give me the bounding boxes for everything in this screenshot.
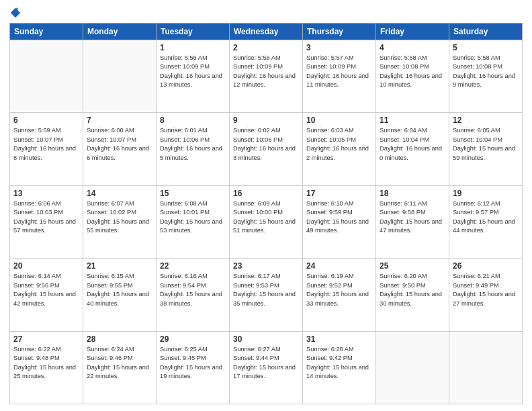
day-info: Sunrise: 6:11 AM Sunset: 9:58 PM Dayligh… [380,199,445,236]
day-info: Sunrise: 5:57 AM Sunset: 10:09 PM Daylig… [306,54,372,90]
day-info: Sunrise: 6:04 AM Sunset: 10:04 PM Daylig… [380,126,445,163]
day-cell: 16Sunrise: 6:09 AM Sunset: 10:00 PM Dayl… [230,185,303,258]
week-row-2: 13Sunrise: 6:06 AM Sunset: 10:03 PM Dayl… [10,185,523,258]
day-cell: 20Sunrise: 6:14 AM Sunset: 9:56 PM Dayli… [10,259,83,331]
day-cell: 11Sunrise: 6:04 AM Sunset: 10:04 PM Dayl… [376,113,449,185]
day-cell: 21Sunrise: 6:15 AM Sunset: 9:55 PM Dayli… [83,259,157,331]
logo [9,7,22,19]
day-info: Sunrise: 5:56 AM Sunset: 10:09 PM Daylig… [233,54,299,90]
day-number: 13 [13,189,79,198]
day-cell: 28Sunrise: 6:24 AM Sunset: 9:46 PM Dayli… [83,331,157,404]
week-row-3: 20Sunrise: 6:14 AM Sunset: 9:56 PM Dayli… [10,259,523,331]
day-number: 8 [160,116,226,125]
day-number: 12 [453,116,519,125]
day-info: Sunrise: 5:59 AM Sunset: 10:07 PM Daylig… [13,126,79,163]
day-cell [10,40,83,113]
day-cell: 7Sunrise: 6:00 AM Sunset: 10:07 PM Dayli… [83,113,157,185]
logo-icon [9,7,21,19]
day-cell [83,40,157,113]
day-number: 28 [87,334,152,344]
day-number: 14 [87,189,152,198]
day-number: 10 [306,116,372,125]
day-info: Sunrise: 6:08 AM Sunset: 10:01 PM Daylig… [160,199,226,236]
week-row-4: 27Sunrise: 6:22 AM Sunset: 9:48 PM Dayli… [10,331,523,404]
day-number: 26 [453,261,519,271]
day-info: Sunrise: 6:24 AM Sunset: 9:46 PM Dayligh… [87,345,152,381]
weekday-header-saturday: Saturday [449,24,523,40]
day-info: Sunrise: 6:17 AM Sunset: 9:53 PM Dayligh… [233,272,299,308]
day-info: Sunrise: 6:03 AM Sunset: 10:05 PM Daylig… [306,126,372,163]
day-info: Sunrise: 6:16 AM Sunset: 9:54 PM Dayligh… [160,272,226,308]
day-number: 7 [87,116,152,125]
day-cell: 3Sunrise: 5:57 AM Sunset: 10:09 PM Dayli… [303,40,376,113]
day-cell: 23Sunrise: 6:17 AM Sunset: 9:53 PM Dayli… [230,259,303,331]
day-cell: 14Sunrise: 6:07 AM Sunset: 10:02 PM Dayl… [83,185,157,258]
day-cell: 12Sunrise: 6:05 AM Sunset: 10:04 PM Dayl… [449,113,523,185]
day-number: 2 [233,43,299,52]
header [9,7,523,19]
day-cell: 17Sunrise: 6:10 AM Sunset: 9:59 PM Dayli… [303,185,376,258]
day-number: 11 [380,116,445,125]
day-cell: 24Sunrise: 6:19 AM Sunset: 9:52 PM Dayli… [303,259,376,331]
day-number: 23 [233,261,299,271]
day-info: Sunrise: 6:12 AM Sunset: 9:57 PM Dayligh… [453,199,519,236]
day-number: 24 [306,261,372,271]
day-info: Sunrise: 6:06 AM Sunset: 10:03 PM Daylig… [13,199,79,236]
day-info: Sunrise: 6:02 AM Sunset: 10:06 PM Daylig… [233,126,299,163]
day-info: Sunrise: 5:58 AM Sunset: 10:08 PM Daylig… [380,54,445,90]
day-number: 19 [453,189,519,198]
day-cell: 30Sunrise: 6:27 AM Sunset: 9:44 PM Dayli… [230,331,303,404]
day-number: 27 [13,334,79,344]
day-info: Sunrise: 6:14 AM Sunset: 9:56 PM Dayligh… [13,272,79,308]
day-number: 5 [453,43,519,52]
day-cell [449,331,523,404]
day-cell: 10Sunrise: 6:03 AM Sunset: 10:05 PM Dayl… [303,113,376,185]
day-number: 22 [160,261,226,271]
day-info: Sunrise: 6:09 AM Sunset: 10:00 PM Daylig… [233,199,299,236]
day-info: Sunrise: 6:28 AM Sunset: 9:42 PM Dayligh… [306,345,372,381]
weekday-header-monday: Monday [83,24,157,40]
day-cell: 29Sunrise: 6:25 AM Sunset: 9:45 PM Dayli… [157,331,230,404]
day-number: 1 [160,43,226,52]
weekday-header-friday: Friday [376,24,449,40]
day-cell: 2Sunrise: 5:56 AM Sunset: 10:09 PM Dayli… [230,40,303,113]
day-cell: 9Sunrise: 6:02 AM Sunset: 10:06 PM Dayli… [230,113,303,185]
day-number: 25 [380,261,445,271]
week-row-1: 6Sunrise: 5:59 AM Sunset: 10:07 PM Dayli… [10,113,523,185]
day-info: Sunrise: 6:01 AM Sunset: 10:06 PM Daylig… [160,126,226,163]
day-info: Sunrise: 6:20 AM Sunset: 9:50 PM Dayligh… [380,272,445,308]
weekday-header-thursday: Thursday [303,24,376,40]
day-cell: 19Sunrise: 6:12 AM Sunset: 9:57 PM Dayli… [449,185,523,258]
day-number: 9 [233,116,299,125]
day-cell: 4Sunrise: 5:58 AM Sunset: 10:08 PM Dayli… [376,40,449,113]
day-cell: 15Sunrise: 6:08 AM Sunset: 10:01 PM Dayl… [157,185,230,258]
day-number: 18 [380,189,445,198]
day-info: Sunrise: 6:27 AM Sunset: 9:44 PM Dayligh… [233,345,299,381]
day-info: Sunrise: 6:07 AM Sunset: 10:02 PM Daylig… [87,199,152,236]
day-info: Sunrise: 6:19 AM Sunset: 9:52 PM Dayligh… [306,272,372,308]
day-cell: 6Sunrise: 5:59 AM Sunset: 10:07 PM Dayli… [10,113,83,185]
day-info: Sunrise: 6:15 AM Sunset: 9:55 PM Dayligh… [87,272,152,308]
day-number: 30 [233,334,299,344]
day-cell: 13Sunrise: 6:06 AM Sunset: 10:03 PM Dayl… [10,185,83,258]
day-cell: 1Sunrise: 5:56 AM Sunset: 10:09 PM Dayli… [157,40,230,113]
day-cell [376,331,449,404]
weekday-header-tuesday: Tuesday [157,24,230,40]
day-info: Sunrise: 6:22 AM Sunset: 9:48 PM Dayligh… [13,345,79,381]
weekday-header-row: SundayMondayTuesdayWednesdayThursdayFrid… [10,24,523,40]
day-cell: 25Sunrise: 6:20 AM Sunset: 9:50 PM Dayli… [376,259,449,331]
day-info: Sunrise: 6:00 AM Sunset: 10:07 PM Daylig… [87,126,152,163]
day-info: Sunrise: 5:56 AM Sunset: 10:09 PM Daylig… [160,54,226,90]
day-number: 29 [160,334,226,344]
day-cell: 22Sunrise: 6:16 AM Sunset: 9:54 PM Dayli… [157,259,230,331]
day-number: 16 [233,189,299,198]
day-number: 4 [380,43,445,52]
day-cell: 31Sunrise: 6:28 AM Sunset: 9:42 PM Dayli… [303,331,376,404]
day-number: 6 [13,116,79,125]
day-number: 17 [306,189,372,198]
day-number: 3 [306,43,372,52]
day-info: Sunrise: 6:05 AM Sunset: 10:04 PM Daylig… [453,126,519,163]
day-cell: 8Sunrise: 6:01 AM Sunset: 10:06 PM Dayli… [157,113,230,185]
day-info: Sunrise: 6:25 AM Sunset: 9:45 PM Dayligh… [160,345,226,381]
page: SundayMondayTuesdayWednesdayThursdayFrid… [0,0,532,411]
